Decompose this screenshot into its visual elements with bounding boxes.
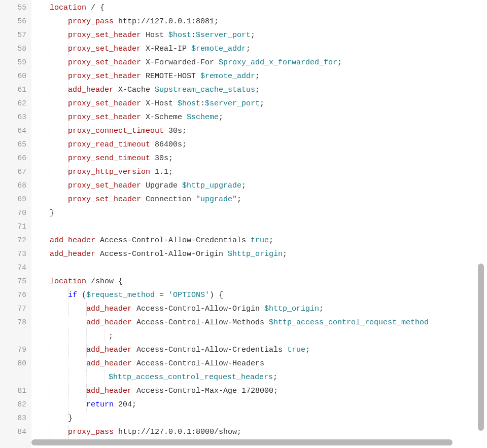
code-line[interactable]: proxy_set_header X-Forwarded-For $proxy_… xyxy=(31,56,487,69)
code-token: $remote_addr xyxy=(191,45,246,53)
horizontal-scrollbar-thumb[interactable] xyxy=(31,439,453,445)
code-line[interactable] xyxy=(31,220,487,234)
line-number: 55 xyxy=(0,1,26,15)
code-token: Host xyxy=(141,31,168,40)
code-token: proxy_set_header xyxy=(68,45,141,53)
code-line[interactable]: add_header Access-Control-Allow-Headers xyxy=(31,357,487,370)
code-line-wrapped[interactable]: ; xyxy=(31,329,487,343)
code-token: add_header xyxy=(86,346,132,354)
code-line[interactable]: if ($request_method = 'OPTIONS') { xyxy=(31,288,487,302)
code-token: $host xyxy=(168,31,191,40)
code-token: ; xyxy=(260,99,264,108)
code-token: ; xyxy=(109,332,113,341)
horizontal-scrollbar-track[interactable] xyxy=(31,439,473,446)
code-token: proxy_set_header xyxy=(68,195,141,204)
code-token: X-Scheme xyxy=(141,113,187,122)
code-area[interactable]: location / {proxy_pass http://127.0.0.1:… xyxy=(31,0,487,448)
line-number: 71 xyxy=(0,220,26,234)
code-token: ; xyxy=(255,86,260,94)
code-token: $request_method xyxy=(86,291,155,300)
code-token: Access-Control-Allow-Credentials xyxy=(132,346,287,354)
code-token: true xyxy=(251,236,269,245)
code-line[interactable]: proxy_set_header Host $host:$server_port… xyxy=(31,28,487,42)
line-number-continuation xyxy=(0,329,26,343)
code-line[interactable]: proxy_read_timeout 86400s; xyxy=(31,138,487,152)
line-number: 67 xyxy=(0,165,26,179)
code-token: ; xyxy=(237,195,241,204)
code-token: ; xyxy=(273,373,277,382)
code-token: proxy_pass xyxy=(68,17,114,26)
code-token: X-Host xyxy=(141,99,178,108)
code-token: ; xyxy=(241,181,246,190)
code-line[interactable]: add_header Access-Control-Allow-Credenti… xyxy=(31,234,487,247)
code-token: ; xyxy=(319,305,324,313)
code-token: : xyxy=(200,99,205,108)
code-token: add_header xyxy=(50,236,95,245)
code-line[interactable]: proxy_pass http://127.0.0.1:8000/show; xyxy=(31,425,487,439)
line-number: 57 xyxy=(0,28,26,42)
line-number: 59 xyxy=(0,56,26,69)
code-token: /show { xyxy=(86,277,123,286)
code-line[interactable]: proxy_pass http://127.0.0.1:8081; xyxy=(31,15,487,28)
code-token: proxy_connect_timeout xyxy=(68,127,164,135)
code-line[interactable]: proxy_connect_timeout 30s; xyxy=(31,124,487,138)
code-token: "upgrade" xyxy=(196,195,237,204)
code-line[interactable]: proxy_send_timeout 30s; xyxy=(31,152,487,165)
code-token: http://127.0.0.1:8081; xyxy=(114,17,219,26)
code-token: proxy_http_version xyxy=(68,168,150,176)
code-token: $server_port xyxy=(196,31,251,40)
code-line[interactable]: } xyxy=(31,412,487,425)
code-token: Access-Control-Allow-Headers xyxy=(132,359,264,368)
code-token: 30s; xyxy=(164,127,187,135)
code-token: Access-Control-Allow-Origin xyxy=(95,250,228,258)
code-line[interactable]: add_header Access-Control-Allow-Origin $… xyxy=(31,302,487,316)
line-number: 77 xyxy=(0,302,26,316)
code-line[interactable]: } xyxy=(31,206,487,220)
code-token: proxy_set_header xyxy=(68,58,141,67)
code-line[interactable]: add_header Access-Control-Max-Age 172800… xyxy=(31,384,487,398)
code-token: $host xyxy=(178,99,200,108)
line-number-continuation xyxy=(0,370,26,384)
code-line[interactable]: add_header X-Cache $upstream_cache_statu… xyxy=(31,83,487,97)
vertical-scrollbar-thumb[interactable] xyxy=(478,264,484,431)
code-token: location xyxy=(50,277,86,286)
code-line[interactable]: return 204; xyxy=(31,398,487,412)
line-number: 81 xyxy=(0,384,26,398)
code-token: $proxy_add_x_forwarded_for xyxy=(219,58,337,67)
code-line[interactable]: add_header Access-Control-Allow-Methods … xyxy=(31,316,487,329)
code-token: proxy_read_timeout xyxy=(68,140,150,149)
line-number: 74 xyxy=(0,261,26,275)
code-token: $http_upgrade xyxy=(182,181,241,190)
code-token: proxy_set_header xyxy=(68,99,141,108)
line-number: 84 xyxy=(0,425,26,439)
code-line[interactable]: proxy_set_header Upgrade $http_upgrade; xyxy=(31,179,487,193)
line-number: 56 xyxy=(0,15,26,28)
code-line[interactable]: location / { xyxy=(31,1,487,15)
code-token: $remote_addr xyxy=(200,72,255,81)
line-number: 69 xyxy=(0,193,26,206)
code-line[interactable]: proxy_set_header X-Host $host:$server_po… xyxy=(31,97,487,110)
code-token: add_header xyxy=(86,387,132,395)
code-line[interactable] xyxy=(31,261,487,275)
code-line[interactable]: proxy_set_header X-Scheme $scheme; xyxy=(31,110,487,124)
code-line[interactable]: add_header Access-Control-Allow-Origin $… xyxy=(31,247,487,261)
code-line[interactable]: proxy_set_header X-Real-IP $remote_addr; xyxy=(31,42,487,56)
code-line[interactable]: proxy_http_version 1.1; xyxy=(31,165,487,179)
code-token: true xyxy=(287,346,305,354)
code-line-wrapped[interactable]: $http_access_control_request_headers; xyxy=(31,370,487,384)
line-number: 72 xyxy=(0,234,26,247)
code-token: add_header xyxy=(50,250,95,258)
code-token: $http_origin xyxy=(228,250,283,258)
code-token: ; xyxy=(305,346,310,354)
vertical-scrollbar-track[interactable] xyxy=(477,0,484,438)
code-line[interactable]: proxy_set_header Connection "upgrade"; xyxy=(31,193,487,206)
code-token: ( xyxy=(77,291,86,300)
code-line[interactable]: add_header Access-Control-Allow-Credenti… xyxy=(31,343,487,357)
code-line[interactable]: proxy_set_header REMOTE-HOST $remote_add… xyxy=(31,69,487,83)
code-token: = xyxy=(155,291,168,300)
line-number: 78 xyxy=(0,316,26,329)
code-token: ; xyxy=(251,31,255,40)
code-line[interactable]: location /show { xyxy=(31,275,487,288)
code-token: add_header xyxy=(86,359,132,368)
line-number: 75 xyxy=(0,275,26,288)
